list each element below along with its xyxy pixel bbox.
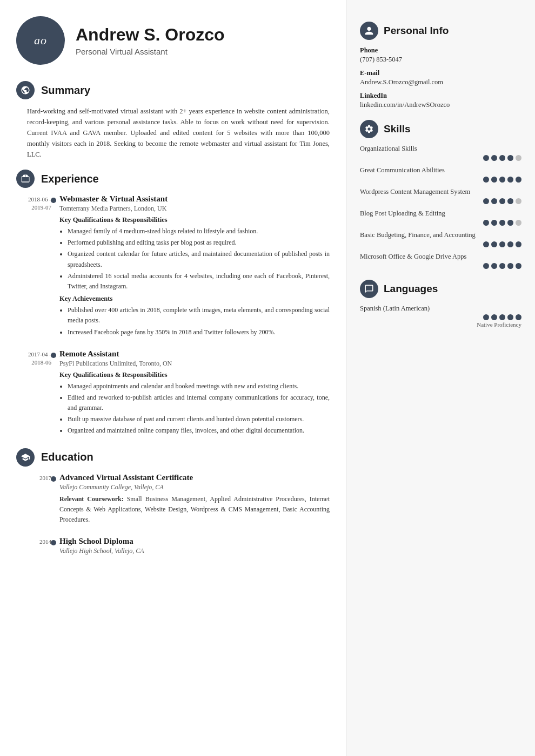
job-item-2: 2017-04 -2018-06 Remote Assistant PsyFi …: [59, 349, 330, 436]
job-1-title: Webmaster & Virtual Assistant: [59, 194, 330, 204]
email-value: Andrew.S.Orozco@gmail.com: [360, 78, 521, 86]
phone-value: (707) 853-5047: [360, 56, 521, 64]
dot-filled: [499, 263, 505, 269]
job-2-qual-title: Key Qualifications & Responsibilities: [59, 371, 330, 379]
candidate-name: Andrew S. Orozco: [76, 25, 225, 45]
dot-filled: [491, 263, 497, 269]
dot-filled: [507, 155, 513, 161]
job-1-qual-title: Key Qualifications & Responsibilities: [59, 216, 330, 224]
job-2-date: 2017-04 -2018-06: [16, 350, 51, 367]
dot-filled: [499, 241, 505, 247]
language-dots: [360, 314, 521, 320]
edu-2-institution: Vallejo High School, Vallejo, CA: [59, 547, 330, 555]
skill-dots: [360, 263, 521, 269]
personal-info-fields: Phone (707) 853-5047 E-mail Andrew.S.Oro…: [360, 46, 521, 109]
dot-filled: [491, 177, 497, 183]
list-item: Performed publishing and editing tasks p…: [68, 238, 330, 248]
candidate-title: Personal Virtual Assistant: [76, 47, 225, 56]
list-item: Administered 16 social media accounts fo…: [68, 271, 330, 292]
linkedin-label: LinkedIn: [360, 92, 521, 100]
dot-filled: [483, 177, 489, 183]
dot-filled: [507, 198, 513, 204]
list-item: Managed family of 4 medium-sized blogs r…: [68, 226, 330, 237]
dot-filled: [483, 198, 489, 204]
skills-section-header: Skills: [360, 120, 521, 138]
dot-empty: [516, 155, 521, 161]
avatar: ao: [16, 16, 65, 65]
job-1-achieve-title: Key Achievements: [59, 295, 330, 303]
education-title: Education: [41, 451, 93, 463]
linkedin-value: linkedin.com/in/AndrewSOrozco: [360, 101, 521, 109]
personal-info-title: Personal Info: [384, 25, 449, 37]
dot-filled: [507, 177, 513, 183]
email-label: E-mail: [360, 69, 521, 77]
personal-info-header: Personal Info: [360, 22, 521, 40]
dot-empty: [516, 220, 521, 226]
edu-dot-2: [51, 540, 56, 545]
edu-1-coursework: Relevant Coursework: Small Business Mana…: [59, 494, 330, 525]
skill-name: Microsoft Office & Google Drive Apps: [360, 253, 521, 261]
dot-filled: [483, 263, 489, 269]
skills-icon: [360, 120, 378, 138]
experience-timeline: 2018-06 -2019-07 Webmaster & Virtual Ass…: [16, 194, 330, 436]
skill-name: Organizational Skills: [360, 145, 521, 153]
dot-filled: [491, 241, 497, 247]
dot-empty: [516, 198, 521, 204]
job-item-1: 2018-06 -2019-07 Webmaster & Virtual Ass…: [59, 194, 330, 338]
edu-item-1: 2017 Advanced Virtual Assistant Certific…: [59, 473, 330, 525]
skill-dots: [360, 241, 521, 247]
edu-dot-1: [51, 476, 56, 482]
dot-filled: [491, 155, 497, 161]
skill-name: Great Communication Abilities: [360, 166, 521, 174]
edu-1-institution: Vallejo Community College, Vallejo, CA: [59, 483, 330, 491]
edu-1-title: Advanced Virtual Assistant Certificate: [59, 473, 330, 482]
skill-dots: [360, 198, 521, 204]
resume-header: ao Andrew S. Orozco Personal Virtual Ass…: [16, 16, 330, 65]
experience-section-header: Experience: [16, 170, 330, 188]
dot-filled: [516, 314, 521, 320]
right-column: Personal Info Phone (707) 853-5047 E-mai…: [346, 0, 535, 756]
languages-list: Spanish (Latin American)Native Proficien…: [360, 305, 521, 328]
summary-title: Summary: [41, 84, 90, 97]
left-column: ao Andrew S. Orozco Personal Virtual Ass…: [0, 0, 346, 756]
personal-info-icon: [360, 22, 378, 40]
list-item: Increased Facebook page fans by 350% in …: [68, 327, 330, 338]
dot-filled: [491, 198, 497, 204]
dot-filled: [507, 314, 513, 320]
dot-filled: [491, 220, 497, 226]
edu-2-title: High School Diploma: [59, 537, 330, 546]
skill-dots: [360, 155, 521, 161]
edu-item-2: 2014 High School Diploma Vallejo High Sc…: [59, 537, 330, 555]
languages-section-header: Languages: [360, 280, 521, 298]
summary-content: Hard-working and self-motivated virtual …: [16, 106, 330, 160]
language-name: Spanish (Latin American): [360, 305, 521, 313]
skill-name: Basic Budgeting, Finance, and Accounting: [360, 231, 521, 239]
skill-dots: [360, 220, 521, 226]
dot-filled: [483, 155, 489, 161]
dot-filled: [507, 241, 513, 247]
job-1-achievements: Published over 400 articles in 2018, com…: [59, 305, 330, 338]
list-item: Edited and reworked to-publish articles …: [68, 393, 330, 413]
timeline-dot-1: [51, 198, 56, 203]
list-item: Organized content calendar for future ar…: [68, 249, 330, 269]
experience-icon: [16, 170, 35, 188]
dot-filled: [483, 314, 489, 320]
job-1-company: Tomterrany Media Partners, London, UK: [59, 205, 330, 213]
coursework-label: Relevant Coursework:: [59, 495, 124, 503]
edu-1-date: 2017: [16, 474, 51, 482]
skill-name: Wordpress Content Management System: [360, 188, 521, 196]
skills-list: Organizational SkillsGreat Communication…: [360, 145, 521, 269]
dot-filled: [499, 177, 505, 183]
job-2-company: PsyFi Publications Unlimited, Toronto, O…: [59, 360, 330, 368]
job-1-date: 2018-06 -2019-07: [16, 195, 51, 212]
header-text: Andrew S. Orozco Personal Virtual Assist…: [76, 25, 225, 56]
list-item: Built up massive database of past and cu…: [68, 414, 330, 424]
edu-2-date: 2014: [16, 538, 51, 546]
list-item: Published over 400 articles in 2018, com…: [68, 305, 330, 326]
timeline-dot-2: [51, 353, 56, 358]
skill-name: Blog Post Uploading & Editing: [360, 210, 521, 218]
dot-filled: [516, 263, 521, 269]
skill-dots: [360, 177, 521, 183]
dot-filled: [499, 155, 505, 161]
summary-text: Hard-working and self-motivated virtual …: [27, 106, 330, 160]
